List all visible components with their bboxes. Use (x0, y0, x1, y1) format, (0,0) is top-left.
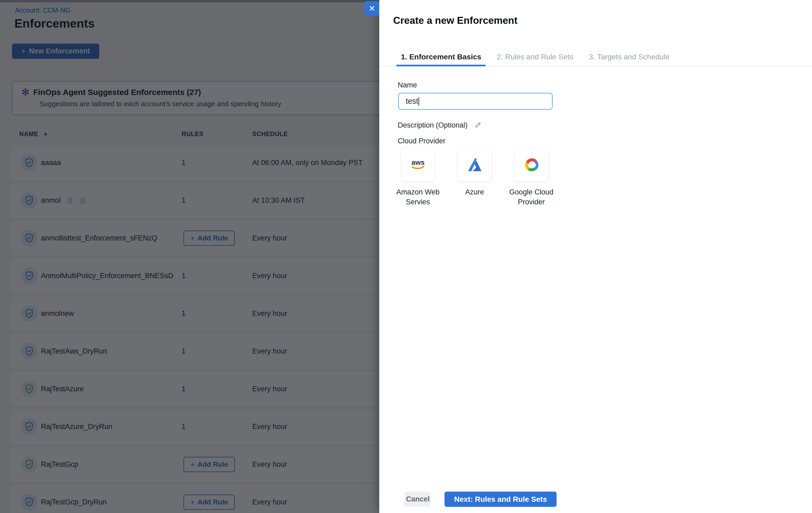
tab-targets-and-schedule[interactable]: 3. Targets and Schedule (586, 48, 672, 66)
provider-option-azure[interactable]: Azure (458, 148, 492, 207)
cloud-provider-label: Cloud Provider (398, 137, 445, 145)
cloud-provider-options: aws Amazon Web Servies Azure (401, 148, 548, 207)
tab-enforcement-basics[interactable]: 1. Enforcement Basics (399, 48, 484, 66)
provider-label: Amazon Web Servies (391, 187, 445, 207)
drawer-title: Create a new Enforcement (393, 15, 518, 26)
provider-option-aws[interactable]: aws Amazon Web Servies (401, 148, 435, 207)
provider-option-gcp[interactable]: Google Cloud Provider (514, 148, 548, 207)
name-input-value: test (406, 97, 418, 106)
create-enforcement-drawer: ✕ Create a new Enforcement 1. Enforcemen… (379, 0, 812, 513)
next-rules-button[interactable]: Next: Rules and Rule Sets (444, 492, 557, 507)
svg-text:aws: aws (411, 158, 425, 166)
provider-label: Azure (448, 187, 501, 197)
text-cursor (418, 97, 419, 106)
aws-card[interactable]: aws (401, 148, 435, 182)
provider-label: Google Cloud Provider (505, 187, 558, 207)
wizard-tabs: 1. Enforcement Basics 2. Rules and Rule … (379, 48, 812, 66)
name-label: Name (398, 81, 417, 89)
gcp-logo-icon (521, 154, 542, 175)
gcp-card[interactable] (514, 148, 548, 182)
edit-pencil-icon[interactable] (473, 121, 482, 130)
cancel-button[interactable]: Cancel (404, 492, 430, 507)
close-drawer-button[interactable]: ✕ (365, 1, 379, 16)
name-input[interactable]: test (398, 93, 553, 110)
azure-logo-icon (465, 154, 485, 175)
description-label: Description (Optional) (398, 121, 467, 130)
aws-logo-icon: aws (408, 154, 428, 175)
tab-rules-and-rule-sets[interactable]: 2. Rules and Rule Sets (494, 48, 576, 66)
azure-card[interactable] (458, 148, 492, 182)
